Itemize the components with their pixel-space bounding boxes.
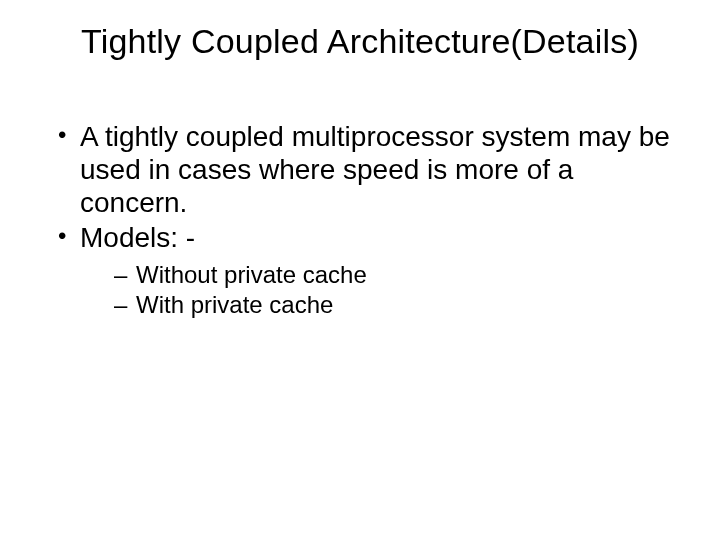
sub-bullet-item: With private cache [114, 290, 680, 320]
sub-bullet-item: Without private cache [114, 260, 680, 290]
bullet-item: A tightly coupled multiprocessor system … [54, 120, 680, 219]
slide-body: A tightly coupled multiprocessor system … [54, 120, 680, 322]
slide: Tightly Coupled Architecture(Details) A … [0, 0, 720, 540]
bullet-text: Models: - [80, 222, 195, 253]
sub-bullet-list: Without private cache With private cache [80, 260, 680, 320]
bullet-list: A tightly coupled multiprocessor system … [54, 120, 680, 320]
slide-title: Tightly Coupled Architecture(Details) [0, 22, 720, 61]
bullet-item: Models: - Without private cache With pri… [54, 221, 680, 320]
